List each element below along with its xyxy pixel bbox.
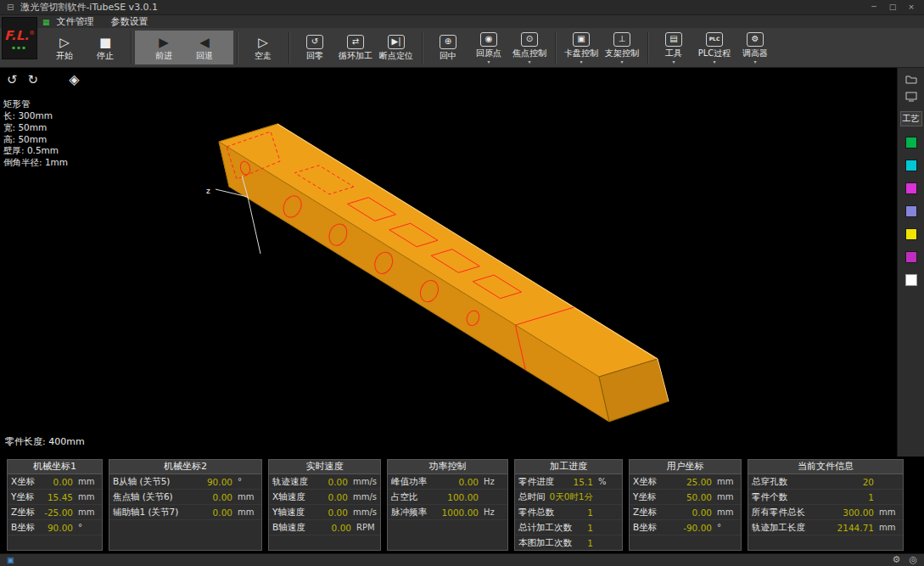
field-unit: mm/s — [353, 477, 377, 486]
chuck-control-button[interactable]: ▣卡盘控制▾ — [561, 31, 602, 64]
focus-control-button[interactable]: ⊙焦点控制▾ — [509, 31, 550, 64]
tube-top-face — [219, 124, 658, 377]
field-value: 0.00 — [305, 492, 353, 502]
tools-button[interactable]: ▤工具▾ — [653, 31, 694, 64]
panel-row: 辅助轴1 (关节7)0.00mm — [109, 505, 261, 520]
tube-info-line: 宽: 50mm — [3, 122, 68, 134]
panel-2: 机械坐标2B从轴 (关节5)90.00°焦点轴 (关节6)0.00mm辅助轴1 … — [109, 459, 262, 551]
field-label: B坐标 — [633, 522, 657, 534]
panel-row: X轴速度0.00mm/s — [269, 490, 380, 505]
field-label: 零件总数 — [518, 507, 554, 518]
title-bar: ⊟ 激光管切割软件-iTubeSE v3.0.1 ─□× — [0, 0, 924, 15]
gear-icon[interactable]: ⚙ — [893, 554, 901, 566]
display-icon[interactable] — [905, 92, 917, 102]
status-left-icon: ▣ — [7, 556, 14, 564]
rotate-cw-icon[interactable]: ↻ — [28, 72, 39, 87]
panel-row: B从轴 (关节5)90.00° — [109, 474, 261, 490]
breakpoint-locate-button[interactable]: ▶|断点定位 — [376, 34, 417, 62]
field-value: 0.00 — [305, 507, 353, 518]
panel-row: 零件总数1 — [515, 505, 622, 520]
dry-run-button[interactable]: ▷空走 — [243, 34, 283, 62]
panel-row: 占空比100.00 — [388, 490, 507, 505]
tube-3d-view[interactable]: z — [0, 68, 897, 457]
field-unit: mm — [238, 507, 258, 517]
color-swatch-white[interactable] — [905, 274, 917, 286]
plc-process-icon: PLC — [706, 32, 723, 47]
menu-item-0[interactable]: 文件管理 — [57, 15, 94, 28]
backward-button[interactable]: ◀回退 — [184, 34, 225, 62]
field-value: 1 — [572, 523, 598, 533]
field-label: 本图加工次数 — [518, 537, 572, 549]
chuck-control-icon: ▣ — [573, 32, 590, 47]
height-adjuster-button[interactable]: ⚙调高器▾ — [735, 31, 776, 64]
plc-process-button[interactable]: PLCPLC过程▾ — [694, 31, 735, 64]
stop-button[interactable]: ■停止 — [85, 34, 126, 62]
toolbar-button-label: 支架控制 — [605, 48, 639, 59]
return-center-button[interactable]: ⊕回中 — [428, 34, 468, 62]
return-zero-button[interactable]: ↺回零 — [294, 34, 335, 62]
panel-1: 机械坐标1X坐标0.00mmY坐标15.45mmZ坐标-25.00mmB坐标90… — [7, 459, 103, 551]
field-value: 50.00 — [656, 492, 717, 502]
field-unit: mm — [238, 492, 258, 502]
toolbar-button-label: 空走 — [255, 51, 272, 61]
right-sidebar: 工艺 — [897, 68, 924, 457]
close-button[interactable]: × — [902, 0, 921, 14]
field-value: 1 — [572, 538, 598, 548]
panel-title: 功率控制 — [388, 460, 507, 474]
panel-row: X坐标25.00mm — [630, 474, 741, 490]
support-control-icon: ⊥ — [613, 32, 630, 47]
toolbar-button-label: 回中 — [440, 51, 456, 61]
tab-process[interactable]: 工艺 — [900, 111, 922, 126]
support-control-button[interactable]: ⊥支架控制▾ — [602, 31, 642, 64]
menu-item-1[interactable]: 参数设置 — [111, 15, 148, 28]
chevron-down-icon: ▾ — [620, 59, 623, 64]
viewport-3d[interactable]: ↺↻◈ 矩形管长: 300mm宽: 50mm高: 50mm壁厚: 0.5mm倒角… — [0, 68, 897, 457]
color-swatch-green[interactable] — [905, 137, 917, 149]
color-swatch-magenta[interactable] — [905, 182, 917, 194]
forward-button[interactable]: ▶前进 — [143, 34, 184, 62]
field-unit: mm — [78, 477, 98, 486]
height-adjuster-icon: ⚙ — [747, 32, 764, 47]
field-label: X轴速度 — [272, 491, 305, 503]
return-origin-button[interactable]: ◉回原点▾ — [468, 31, 509, 64]
color-swatch-periwinkle[interactable] — [905, 205, 917, 217]
start-button[interactable]: ▷开始 — [44, 34, 85, 62]
color-swatch-cyan[interactable] — [905, 160, 917, 171]
field-label: 零件个数 — [752, 491, 787, 503]
chevron-down-icon: ▾ — [528, 59, 530, 64]
brand-logo: F.L.® ▪▪▪ — [2, 17, 37, 59]
toolbar-button-label: 回退 — [196, 51, 213, 61]
part-length-label: 零件长度: 400mm — [5, 435, 85, 448]
panel-row: X坐标0.00mm — [8, 474, 102, 490]
panel-row: 总计加工次数1 — [515, 520, 622, 535]
cube-icon[interactable]: ◈ — [69, 72, 79, 87]
field-label: 总时间 — [518, 491, 546, 503]
field-unit: % — [598, 477, 619, 486]
target-icon[interactable]: ◎ — [909, 554, 917, 566]
field-label: 所有零件总长 — [752, 507, 805, 518]
color-swatch-magenta-dark[interactable] — [905, 251, 917, 263]
chevron-down-icon: ▾ — [713, 59, 715, 64]
focus-control-icon: ⊙ — [521, 32, 538, 47]
field-value: 15.1 — [554, 477, 598, 487]
minimize-button[interactable]: ─ — [865, 0, 883, 14]
toolbar-group: ▣卡盘控制▾⊥支架控制▾ — [557, 28, 646, 67]
field-label: Y轴速度 — [272, 507, 305, 518]
panel-3: 实时速度轨迹速度0.00mm/sX轴速度0.00mm/sY轴速度0.00mm/s… — [268, 459, 381, 551]
logo-accent: ▪▪▪ — [12, 45, 27, 50]
loop-process-button[interactable]: ⇄循环加工 — [335, 34, 376, 62]
toolbar-group: ▤工具▾PLCPLC过程▾⚙调高器▾ — [650, 28, 779, 67]
field-label: Y坐标 — [633, 491, 656, 503]
color-swatch-yellow[interactable] — [905, 228, 917, 240]
tube-info-line: 长: 300mm — [3, 110, 68, 122]
folder-icon[interactable] — [905, 75, 917, 84]
chevron-down-icon: ▾ — [672, 59, 675, 64]
toolbar-button-label: 循环加工 — [339, 51, 372, 61]
rotate-ccw-icon[interactable]: ↺ — [7, 72, 18, 87]
toolbar-button-label: 焦点控制 — [512, 48, 546, 59]
toolbar-group: ▷空走 — [239, 28, 287, 67]
maximize-button[interactable]: □ — [883, 0, 902, 14]
dry-run-icon: ▷ — [258, 35, 268, 51]
field-label: 零件进度 — [518, 476, 554, 488]
field-unit: mm/s — [353, 492, 377, 502]
